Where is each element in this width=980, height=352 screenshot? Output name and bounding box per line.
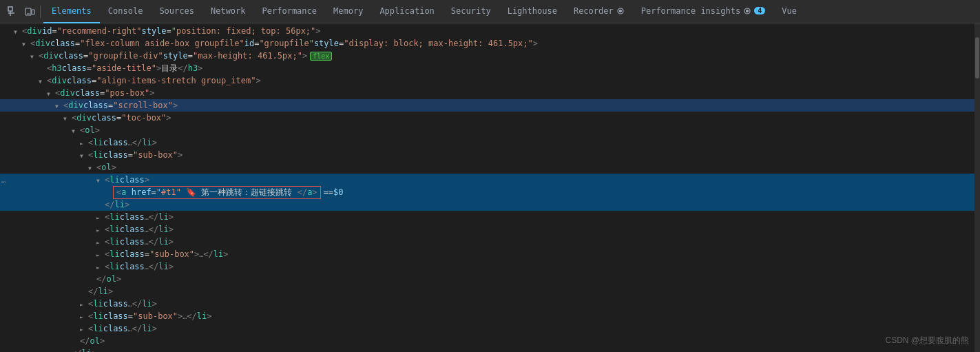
expand-icon[interactable] xyxy=(80,150,88,160)
html-line[interactable]: <div class="align-items-stretch group_it… xyxy=(0,74,980,87)
svg-rect-0 xyxy=(8,7,12,11)
device-toggle-icon[interactable] xyxy=(23,6,36,18)
html-line[interactable]: <ol > xyxy=(0,161,980,174)
expand-icon[interactable] xyxy=(80,138,88,147)
expand-icon[interactable] xyxy=(96,262,105,271)
html-line[interactable]: <li class="sub-box" > … </li> xyxy=(0,248,980,260)
inspect-icon[interactable] xyxy=(7,6,19,18)
devtools-toolbar: Elements Console Sources Network Perform… xyxy=(0,0,980,23)
html-line[interactable]: </li> xyxy=(0,285,980,298)
expand-icon[interactable] xyxy=(30,51,39,61)
html-line[interactable]: <h3 class="aside-title" > 目录 </h3> xyxy=(0,62,980,74)
scrollbar-track[interactable] xyxy=(974,23,980,352)
html-line-a-href[interactable]: <a href="#t1" 🔖 第一种跳转：超链接跳转 </a> == $0 xyxy=(0,186,980,198)
expand-icon[interactable] xyxy=(96,237,105,247)
tab-memory[interactable]: Memory xyxy=(325,0,371,23)
svg-point-7 xyxy=(619,10,621,12)
html-line[interactable]: <ol > xyxy=(0,124,980,136)
tab-vue[interactable]: Vue xyxy=(773,0,805,23)
html-line[interactable]: </ol> xyxy=(0,335,980,347)
tab-security[interactable]: Security xyxy=(443,0,499,23)
svg-rect-4 xyxy=(32,10,34,14)
expand-icon[interactable] xyxy=(80,311,88,321)
expand-icon[interactable] xyxy=(55,101,63,110)
flex-badge: flex xyxy=(310,52,332,61)
html-line[interactable]: <div class="groupfile-div" style="max-he… xyxy=(0,50,980,62)
tab-network[interactable]: Network xyxy=(202,0,254,23)
html-line[interactable]: <li class="sub-box" > … </li> xyxy=(0,310,980,322)
html-line[interactable]: </li> xyxy=(0,198,980,211)
html-line[interactable]: <li class… </li> xyxy=(0,223,980,236)
html-line-selected[interactable]: … <li class > xyxy=(0,174,980,186)
devtools-body: <div id="recommend-right" style="positio… xyxy=(0,23,980,352)
expand-icon[interactable] xyxy=(80,324,88,333)
tab-elements[interactable]: Elements xyxy=(43,0,100,23)
html-line[interactable]: </li> xyxy=(0,347,980,352)
tab-recorder[interactable]: Recorder xyxy=(565,0,633,23)
expand-icon[interactable] xyxy=(72,125,80,135)
html-line[interactable]: <li class… </li> xyxy=(0,236,980,248)
tab-lighthouse[interactable]: Lighthouse xyxy=(499,0,565,23)
expand-icon[interactable] xyxy=(80,299,88,309)
tab-sources[interactable]: Sources xyxy=(151,0,202,23)
expand-icon[interactable] xyxy=(14,26,22,36)
expand-icon[interactable] xyxy=(96,175,105,185)
dots-indicator: … xyxy=(1,176,6,185)
recorder-icon xyxy=(616,7,625,15)
expand-icon[interactable] xyxy=(22,39,30,48)
html-line[interactable]: <div class="pos-box" > xyxy=(0,87,980,99)
expand-icon[interactable] xyxy=(63,113,72,123)
tab-performance-insights[interactable]: Performance insights 4 xyxy=(633,0,774,23)
expand-icon[interactable] xyxy=(39,76,47,85)
watermark: CSDN @想要腹肌的熊 xyxy=(885,335,969,346)
expand-icon[interactable] xyxy=(96,225,105,234)
html-line[interactable]: <li class… </li> xyxy=(0,136,980,149)
performance-insights-icon xyxy=(743,7,751,15)
html-line[interactable]: <li class="sub-box" > xyxy=(0,149,980,161)
scrollbar-thumb[interactable] xyxy=(975,37,979,79)
expand-icon[interactable] xyxy=(96,249,105,259)
html-line[interactable]: <li class… </li> xyxy=(0,322,980,335)
performance-insights-badge: 4 xyxy=(754,7,765,14)
html-line[interactable]: <div id="recommend-right" style="positio… xyxy=(0,25,980,37)
expand-icon[interactable] xyxy=(88,163,96,172)
expand-icon[interactable] xyxy=(96,212,105,222)
html-line[interactable]: <li class… </li> xyxy=(0,260,980,273)
html-line[interactable]: <div class="flex-column aside-box groupf… xyxy=(0,37,980,50)
html-line[interactable]: <li class… </li> xyxy=(0,298,980,310)
svg-point-9 xyxy=(747,10,749,12)
tab-console[interactable]: Console xyxy=(100,0,152,23)
toolbar-icons xyxy=(3,6,41,18)
html-line[interactable]: <li class… </li> xyxy=(0,211,980,223)
html-line[interactable]: <div class="scroll-box" > xyxy=(0,99,980,112)
tabs-bar: Elements Console Sources Network Perform… xyxy=(43,0,977,23)
html-line[interactable]: </ol> xyxy=(0,273,980,285)
expand-icon[interactable] xyxy=(47,88,55,98)
elements-panel: <div id="recommend-right" style="positio… xyxy=(0,23,980,352)
html-line[interactable]: <div class="toc-box" > xyxy=(0,112,980,124)
tab-performance[interactable]: Performance xyxy=(254,0,325,23)
red-outline-box: <a href="#t1" 🔖 第一种跳转：超链接跳转 </a> xyxy=(113,186,321,199)
tab-application[interactable]: Application xyxy=(371,0,442,23)
